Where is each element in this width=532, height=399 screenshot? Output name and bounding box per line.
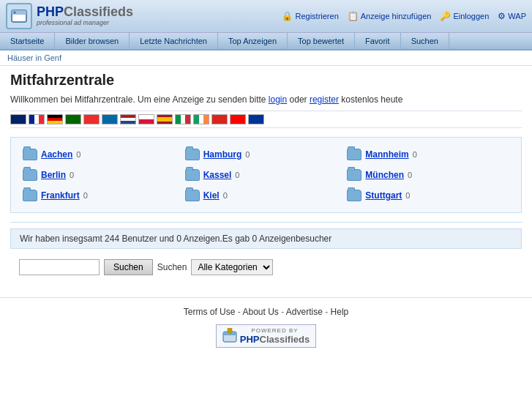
city-count: 0 — [223, 191, 228, 200]
footer-link-about-us[interactable]: About Us — [242, 307, 278, 317]
city-name-link[interactable]: Hamburg — [203, 149, 242, 160]
folder-icon — [185, 149, 200, 160]
city-item: Hamburg 0 — [185, 146, 348, 163]
flag-es[interactable] — [157, 114, 173, 124]
login-icon: 🔑 — [440, 11, 451, 21]
wap-icon: ⚙ — [498, 11, 506, 21]
flag-fr[interactable] — [29, 114, 45, 124]
main-content: Mitfahrzentrale Willkommen bei Mitfahrze… — [0, 66, 532, 297]
logo-php: PHP — [37, 4, 64, 19]
header-nav: 🔒 Registrieren 📋 Anzeige hinzufügen 🔑 Ei… — [282, 11, 526, 21]
city-count: 0 — [76, 150, 80, 159]
folder-icon — [185, 190, 200, 201]
add-ad-link[interactable]: 📋 Anzeige hinzufügen — [348, 11, 432, 21]
search-button[interactable]: Suchen — [104, 259, 153, 275]
login-action-link[interactable]: login — [269, 94, 287, 105]
search-area: Suchen Suchen Alle KategorienAutosMotorr… — [10, 255, 522, 280]
nav-tab-favorit[interactable]: Favorit — [355, 33, 401, 49]
svg-point-2 — [14, 12, 16, 14]
city-count: 0 — [413, 150, 417, 159]
svg-marker-5 — [228, 328, 232, 334]
flag-tw[interactable] — [230, 114, 246, 124]
logo-classifieds: Classifieds — [64, 4, 133, 19]
city-name-link[interactable]: Mannheim — [365, 149, 408, 160]
city-count: 0 — [408, 171, 412, 179]
footer-separator: - — [235, 307, 242, 317]
flag-pl[interactable] — [138, 114, 154, 124]
powered-by-section: POWERED BY PHPClassifieds — [9, 324, 523, 348]
flag-it[interactable] — [175, 114, 191, 124]
footer-link-advertise[interactable]: Advertise — [286, 307, 323, 317]
breadcrumb: Häuser in Genf — [0, 51, 532, 66]
page-title: Mitfahrzentrale — [10, 72, 522, 89]
cities-section: Aachen 0Hamburg 0Mannheim 0Berlin 0Kasse… — [10, 137, 522, 213]
city-name-link[interactable]: Berlin — [41, 170, 66, 180]
flags-row — [10, 111, 522, 128]
footer-link-terms-of-use[interactable]: Terms of Use — [184, 307, 236, 317]
cities-grid: Aachen 0Hamburg 0Mannheim 0Berlin 0Kasse… — [14, 143, 518, 206]
city-count: 0 — [70, 171, 74, 179]
nav-tab-suchen[interactable]: Suchen — [401, 33, 449, 49]
flag-sa[interactable] — [65, 114, 81, 124]
logo-area: PHPClassifieds professional ad manager — [6, 3, 133, 29]
wap-link[interactable]: ⚙ WAP — [498, 11, 526, 21]
register-icon: 🔒 — [282, 11, 293, 21]
flag-vn[interactable] — [211, 114, 228, 124]
folder-icon — [23, 149, 37, 160]
nav-tab-top-bewertet[interactable]: Top bewertet — [288, 33, 355, 49]
city-count: 0 — [405, 191, 410, 200]
folder-icon — [185, 169, 200, 181]
folder-icon — [23, 190, 37, 201]
flag-nl[interactable] — [120, 114, 136, 124]
city-name-link[interactable]: Kiel — [203, 190, 220, 201]
city-name-link[interactable]: Stuttgart — [365, 190, 402, 201]
login-link[interactable]: 🔑 Einloggen — [440, 11, 489, 21]
city-item: Aachen 0 — [23, 146, 185, 163]
flag-gb[interactable] — [10, 114, 26, 124]
folder-icon — [347, 149, 361, 160]
category-select[interactable]: Alle KategorienAutosMotorräderFahrräder — [191, 259, 273, 275]
header: PHPClassifieds professional ad manager 🔒… — [0, 0, 532, 33]
register-action-link[interactable]: register — [310, 94, 339, 105]
search-label: Suchen — [157, 262, 187, 272]
flag-eu[interactable] — [248, 114, 264, 124]
city-name-link[interactable]: Kassel — [203, 170, 232, 180]
city-name-link[interactable]: Frankfurt — [41, 190, 80, 201]
city-item: Berlin 0 — [23, 167, 185, 183]
logo-tagline: professional ad manager — [37, 20, 133, 27]
footer-link-help[interactable]: Help — [331, 307, 349, 317]
nav-tab-startseite[interactable]: Startseite — [0, 33, 55, 49]
city-item: Kassel 0 — [185, 167, 348, 183]
logo-icon — [6, 3, 32, 29]
navbar: StartseiteBilder browsenLetzte Nachricht… — [0, 33, 532, 51]
flag-de[interactable] — [47, 114, 63, 124]
city-item: Stuttgart 0 — [347, 187, 509, 204]
flag-no[interactable] — [83, 114, 100, 124]
nav-tab-letzte-nachrichten[interactable]: Letzte Nachrichten — [130, 33, 218, 49]
city-count: 0 — [245, 150, 250, 159]
city-item: Mannheim 0 — [347, 146, 509, 163]
city-item: Frankfurt 0 — [23, 187, 185, 204]
city-name-link[interactable]: München — [365, 170, 404, 180]
flag-ie[interactable] — [193, 114, 209, 124]
flag-se[interactable] — [102, 114, 118, 124]
folder-icon — [347, 190, 361, 201]
phpclassifieds-logo-icon — [222, 328, 237, 344]
footer-separator: - — [279, 307, 286, 317]
logo-text: PHPClassifieds professional ad manager — [37, 5, 133, 27]
city-count: 0 — [235, 171, 239, 179]
city-item: München 0 — [347, 167, 509, 183]
footer-separator: - — [323, 307, 331, 317]
stats-bar: Wir haben insegsamt 244 Benutzer und 0 A… — [10, 228, 522, 249]
powered-logo: POWERED BY PHPClassifieds — [216, 324, 316, 348]
city-count: 0 — [83, 191, 88, 200]
nav-tab-top-anzeigen[interactable]: Top Anzeigen — [218, 33, 288, 49]
nav-tab-bilder-browsen[interactable]: Bilder browsen — [55, 33, 130, 49]
search-input[interactable] — [19, 259, 100, 275]
footer: Terms of Use - About Us - Advertise - He… — [0, 297, 532, 357]
city-name-link[interactable]: Aachen — [41, 149, 72, 160]
powered-brand: PHPClassifieds — [240, 334, 310, 345]
footer-links: Terms of Use - About Us - Advertise - He… — [9, 307, 523, 317]
add-ad-icon: 📋 — [348, 11, 359, 21]
register-link[interactable]: 🔒 Registrieren — [282, 11, 338, 21]
